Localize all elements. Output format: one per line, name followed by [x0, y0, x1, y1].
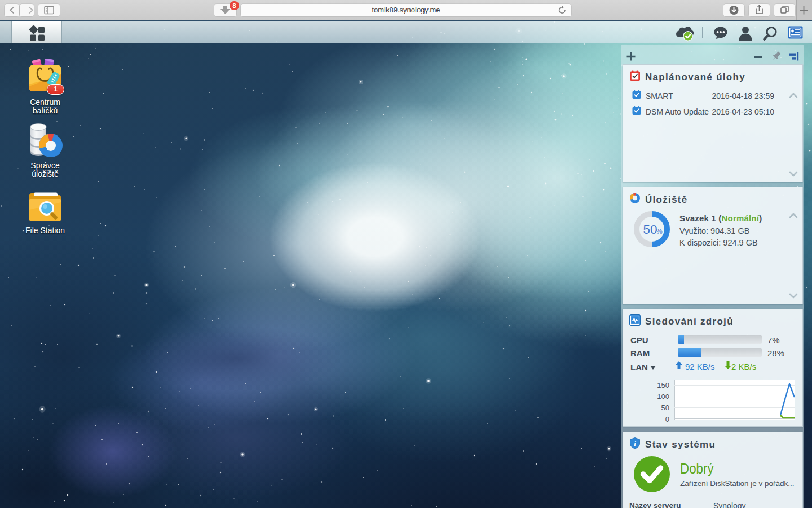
svg-text:50: 50 — [643, 222, 657, 237]
svg-text:%: % — [656, 227, 663, 235]
svg-text:i: i — [634, 439, 636, 448]
